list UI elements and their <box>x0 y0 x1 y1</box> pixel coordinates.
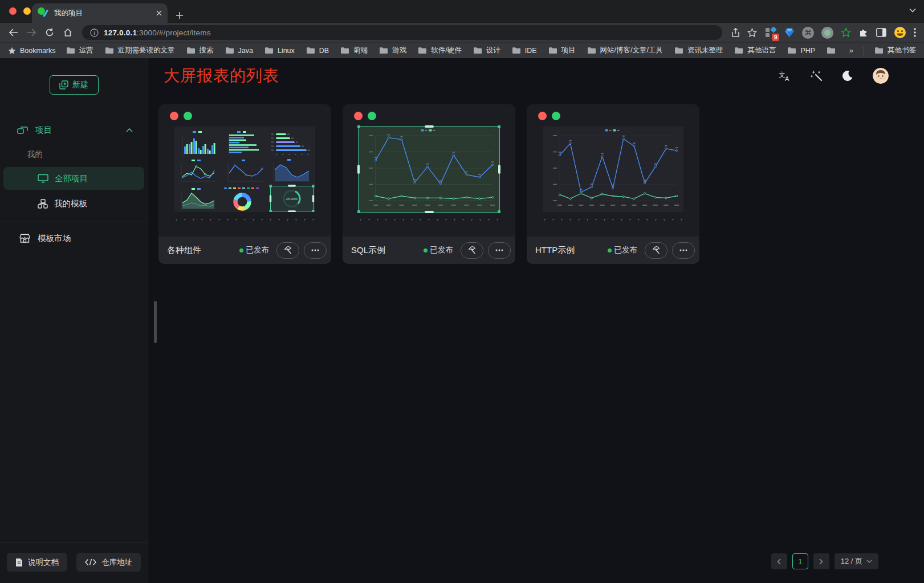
bookmark-folder-label: Java <box>238 47 253 55</box>
bookmark-folder[interactable]: PHP <box>787 46 815 55</box>
page-title: 大屏报表的列表 <box>164 65 279 87</box>
bookmark-folder[interactable]: 游戏 <box>379 46 406 55</box>
bookmark-folder[interactable]: 项目 <box>548 46 576 55</box>
card-window-dots <box>527 104 699 120</box>
project-name: SQL示例 <box>351 245 419 256</box>
folder-icon <box>66 47 75 54</box>
emoji-extension-icon[interactable] <box>894 26 906 39</box>
red-dot-icon <box>538 112 547 120</box>
project-card[interactable]: 25.00% 各种组件 已发布 <box>158 104 331 264</box>
minimize-window-button[interactable] <box>23 7 31 15</box>
copy-plus-icon <box>59 80 68 89</box>
bookmark-folder[interactable]: 设计 <box>473 46 500 55</box>
zoom-window-button[interactable] <box>38 7 45 15</box>
edit-hammer-button[interactable] <box>276 242 299 259</box>
sidebar-item-template-market[interactable]: 模板市场 <box>0 225 148 252</box>
sidebar-section-project[interactable]: 项目 <box>0 117 148 143</box>
folder-icon <box>186 47 196 54</box>
other-bookmarks-folder[interactable]: 其他书签 <box>874 46 916 55</box>
tab-search-chevron-icon[interactable] <box>909 8 916 13</box>
more-button[interactable] <box>488 242 511 259</box>
back-icon[interactable] <box>5 25 22 40</box>
docs-button[interactable]: 说明文档 <box>7 553 67 572</box>
bookmark-folder-label: IDE <box>525 47 537 55</box>
extensions-puzzle-icon[interactable] <box>858 27 869 38</box>
new-project-button[interactable]: 新建 <box>50 75 99 95</box>
bookmark-folder[interactable]: 文件服务器 <box>827 46 839 55</box>
sidebar-item-my-templates[interactable]: 我的模板 <box>3 192 144 215</box>
command-extension-icon[interactable]: ⌘ <box>802 27 814 39</box>
bookmark-folder[interactable]: DB <box>306 46 329 55</box>
sidebar-item-label: 模板市场 <box>38 233 71 244</box>
bookmarks-root[interactable]: Bookmarks <box>8 47 56 55</box>
bookmark-folder[interactable]: 网站/博客/文章/工具 <box>587 46 663 55</box>
bookmark-folder[interactable]: 其他语言 <box>734 46 776 55</box>
selection-handle[interactable] <box>357 165 360 174</box>
more-button[interactable] <box>672 242 695 259</box>
magic-wand-icon[interactable] <box>811 70 823 82</box>
url-bar[interactable]: 127.0.0.1:3000/#/project/items <box>82 25 722 40</box>
project-thumbnail[interactable] <box>359 127 499 212</box>
recorder-extension-icon[interactable] <box>821 27 833 39</box>
bookmark-folder[interactable]: Linux <box>264 46 295 55</box>
project-thumbnail[interactable]: 25.00% <box>174 127 315 212</box>
sidebar-item-all-projects[interactable]: 全部项目 <box>3 167 144 190</box>
bookmark-folder[interactable]: Java <box>225 46 253 55</box>
edit-hammer-button[interactable] <box>461 242 483 259</box>
tab-close-icon[interactable] <box>156 10 162 16</box>
side-panel-icon[interactable] <box>876 28 886 37</box>
header-actions: 文 A <box>779 58 889 93</box>
selection-corner-handle[interactable] <box>498 210 500 213</box>
browser-tab[interactable]: 我的项目 <box>32 3 168 23</box>
more-button[interactable] <box>304 242 327 259</box>
selection-corner-handle[interactable] <box>357 125 360 128</box>
bookmarks-overflow-chevron[interactable]: » <box>849 46 853 55</box>
prev-page-button[interactable] <box>771 553 787 569</box>
share-icon[interactable] <box>731 28 740 38</box>
bookmark-folder-label: 网站/博客/文章/工具 <box>600 46 663 55</box>
status-text: 已发布 <box>246 245 270 255</box>
green-star-extension-icon[interactable] <box>841 27 851 38</box>
repo-button[interactable]: 仓库地址 <box>76 553 141 572</box>
page-number-button[interactable]: 1 <box>792 553 808 569</box>
next-page-button[interactable] <box>813 553 829 569</box>
selection-corner-handle[interactable] <box>498 125 500 128</box>
code-icon <box>85 558 96 566</box>
page-size-select[interactable]: 12 / 页 <box>835 553 878 569</box>
home-icon[interactable] <box>59 25 76 40</box>
forward-icon[interactable] <box>23 25 40 40</box>
reload-icon[interactable] <box>41 25 58 40</box>
scrollbar-thumb[interactable] <box>154 301 157 343</box>
project-card[interactable]: SQL示例 已发布 <box>343 104 515 264</box>
language-translate-icon[interactable]: 文 A <box>779 70 791 81</box>
bookmark-star-icon[interactable] <box>747 28 757 38</box>
gem-extension-icon[interactable] <box>784 28 795 38</box>
bookmark-folder[interactable]: IDE <box>512 46 537 55</box>
bookmark-folder[interactable]: 搜索 <box>186 46 214 55</box>
site-info-icon[interactable] <box>90 28 99 37</box>
selection-corner-handle[interactable] <box>357 210 360 213</box>
status-text: 已发布 <box>614 245 638 255</box>
project-card[interactable]: HTTP示例 已发布 <box>527 104 699 264</box>
selection-handle[interactable] <box>425 125 434 128</box>
bookmark-folder[interactable]: 运营 <box>66 46 93 55</box>
document-icon <box>15 558 23 567</box>
selection-handle[interactable] <box>425 211 434 213</box>
dark-mode-moon-icon[interactable] <box>842 70 853 81</box>
folder-icon <box>418 47 427 54</box>
browser-menu-kebab-icon[interactable] <box>914 28 916 37</box>
bookmark-folder[interactable]: 近期需要读的文章 <box>105 46 175 55</box>
new-tab-button[interactable] <box>176 11 184 19</box>
edit-hammer-button[interactable] <box>645 242 667 259</box>
section-label: 项目 <box>35 125 52 136</box>
chevron-up-icon[interactable] <box>126 128 133 132</box>
bookmark-folder[interactable]: 前端 <box>340 46 368 55</box>
card-window-dots <box>343 104 515 120</box>
bookmark-folder[interactable]: 资讯未整理 <box>674 46 723 55</box>
bookmark-folder[interactable]: 软件/硬件 <box>418 46 461 55</box>
close-window-button[interactable] <box>9 7 17 15</box>
user-avatar[interactable] <box>873 68 889 84</box>
extension-grid-icon[interactable]: 9 <box>764 26 777 39</box>
project-thumbnail[interactable] <box>543 127 683 212</box>
selection-handle[interactable] <box>498 165 500 174</box>
